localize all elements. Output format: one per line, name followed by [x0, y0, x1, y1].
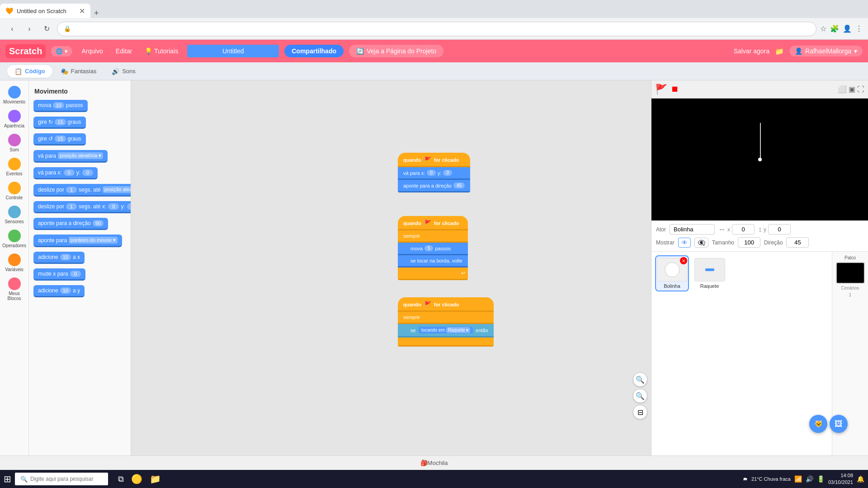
add-sprite-button[interactable]: 🐱: [809, 415, 827, 433]
block-adicione-x[interactable]: adicione 10 a x: [33, 252, 85, 264]
battery-icon[interactable]: 🔋: [817, 475, 825, 483]
deslize2-x[interactable]: 0: [108, 203, 119, 210]
block-mova[interactable]: mova 10 passos: [33, 100, 88, 112]
project-name-input[interactable]: [187, 45, 279, 57]
user-menu[interactable]: 👤 RafhaelMallorga ▾: [789, 46, 863, 56]
block-mude-x[interactable]: mude x para 0: [33, 268, 85, 281]
tab-fantasias[interactable]: 🎭 Fantasias: [53, 65, 104, 78]
block-va-para-xy[interactable]: vá para x: 0 y: 0: [33, 167, 98, 179]
category-meus-blocos[interactable]: Meus Blocos: [2, 276, 27, 303]
category-aparencia[interactable]: Aparência: [2, 108, 27, 130]
sprite-item-raquete[interactable]: Raquete: [693, 255, 726, 291]
category-variaveis[interactable]: Variáveis: [2, 252, 27, 274]
network-icon[interactable]: 📶: [794, 475, 802, 483]
deslize1-val[interactable]: 1: [66, 187, 77, 193]
save-button[interactable]: Salvar agora: [734, 47, 769, 55]
menu-button[interactable]: ⋮: [855, 24, 863, 33]
s2-mova-val[interactable]: 5: [425, 245, 434, 251]
aponte-para-dropdown[interactable]: ponteiro do mouse ▾: [69, 237, 118, 244]
raquete-dropdown[interactable]: Raquete ▾: [446, 327, 471, 333]
address-input[interactable]: scratch.mit.edu/projects/578602544/edito…: [75, 25, 810, 32]
aponte-dir-val[interactable]: 90: [93, 220, 104, 226]
sprite-name-input[interactable]: [670, 224, 715, 235]
script2-hat[interactable]: quando 🚩 for clicado: [398, 216, 468, 230]
reload-button[interactable]: ↻: [40, 22, 53, 36]
language-button[interactable]: 🌐▾: [51, 46, 72, 56]
small-stage-button[interactable]: ⬜: [838, 85, 847, 94]
start-button[interactable]: ⊞: [4, 474, 11, 484]
tab-codigo[interactable]: 📋 Código: [7, 65, 52, 78]
taskbar-search[interactable]: 🔍: [15, 473, 108, 485]
stop-button[interactable]: ⏹: [671, 84, 679, 94]
adicione-x-val[interactable]: 10: [60, 254, 71, 260]
va-para-dropdown[interactable]: posição aleatória ▾: [58, 152, 103, 159]
back-button[interactable]: ‹: [5, 22, 19, 36]
s1-y-val[interactable]: 0: [443, 170, 452, 176]
mude-x-val[interactable]: 0: [70, 271, 81, 277]
deslize2-val1[interactable]: 1: [66, 203, 77, 210]
tutoriais-menu[interactable]: 💡 Tutoriais: [141, 46, 182, 56]
show-sprite-button[interactable]: 👁: [678, 238, 691, 248]
gire-ccw-val[interactable]: 15: [55, 136, 66, 142]
editar-menu[interactable]: Editar: [112, 46, 136, 56]
block-aponte-para[interactable]: aponte para ponteiro do mouse ▾: [33, 235, 122, 247]
vp-y-val[interactable]: 0: [82, 169, 93, 176]
direction-input[interactable]: [786, 237, 809, 248]
y-value-input[interactable]: [768, 224, 791, 235]
taskbar-explorer[interactable]: 📁: [147, 471, 164, 487]
address-bar[interactable]: 🔒 scratch.mit.edu/projects/578602544/edi…: [57, 22, 816, 36]
active-tab[interactable]: 🧡 Untitled on Scratch ✕: [0, 4, 90, 18]
vp-x-val[interactable]: 0: [64, 169, 75, 176]
scripting-area[interactable]: quando 🚩 for clicado vá para x: 0 y: 0 a…: [131, 80, 651, 455]
zoom-reset-button[interactable]: ⊟: [633, 405, 647, 419]
taskbar-time[interactable]: 14:08 03/10/2021: [828, 472, 853, 486]
x-value-input[interactable]: [732, 224, 755, 235]
add-backdrop-button[interactable]: 🖼: [830, 415, 848, 433]
script1-block2[interactable]: aponte para a direção 45: [398, 180, 470, 192]
gire-cw-val[interactable]: 15: [55, 119, 66, 125]
hide-sprite-button[interactable]: 👁‍🗨: [694, 238, 708, 248]
deslize2-y[interactable]: 0: [127, 203, 131, 210]
block-deslize-ate[interactable]: deslize por 1 segs. até posição aleatóri…: [33, 184, 131, 197]
large-stage-button[interactable]: ▣: [849, 85, 855, 94]
tab-sons[interactable]: 🔊 Sons: [104, 65, 143, 78]
arquivo-menu[interactable]: Arquivo: [78, 46, 106, 56]
script1-block1[interactable]: vá para x: 0 y: 0: [398, 167, 470, 180]
sprite-delete-bolinha[interactable]: ✕: [680, 257, 687, 264]
block-aponte-dir[interactable]: aponte para a direção 90: [33, 218, 108, 230]
stage-canvas[interactable]: [651, 99, 868, 221]
block-adicione-y[interactable]: adicione 10 a y: [33, 285, 85, 297]
bookmark-button[interactable]: ☆: [820, 24, 826, 33]
green-flag-button[interactable]: 🚩: [655, 84, 667, 95]
script3-sempre[interactable]: sempre: [398, 312, 494, 324]
profile-button[interactable]: 👤: [843, 24, 852, 33]
block-gire-ccw[interactable]: gire ↺ 15 graus: [33, 133, 86, 145]
notification-icon[interactable]: 🔔: [857, 475, 864, 483]
stage-backdrop-thumb[interactable]: [836, 262, 865, 284]
script2-sempre[interactable]: sempre: [398, 230, 468, 243]
script2-mova[interactable]: mova 5 passos: [398, 243, 468, 255]
taskbar-search-input[interactable]: [30, 476, 103, 482]
s1-x-val[interactable]: 0: [427, 170, 436, 176]
zoom-in-button[interactable]: 🔍: [633, 372, 647, 387]
forward-button[interactable]: ›: [23, 22, 36, 36]
tab-close-button[interactable]: ✕: [79, 7, 85, 15]
adicione-y-val[interactable]: 10: [60, 287, 71, 294]
script2-borda[interactable]: se tocar na borda, volte: [398, 255, 468, 267]
mochila-bar[interactable]: 🎒 Mochila: [0, 455, 868, 470]
script1-hat[interactable]: quando 🚩 for clicado: [398, 153, 470, 167]
scratch-logo[interactable]: Scratch: [5, 44, 46, 58]
share-button[interactable]: Compartilhado: [284, 45, 344, 57]
zoom-out-button[interactable]: 🔍: [633, 389, 647, 403]
block-va-para-dropdown[interactable]: vá para posição aleatória ▾: [33, 150, 108, 163]
category-som[interactable]: Som: [2, 132, 27, 154]
category-operadores[interactable]: Operadores: [2, 228, 27, 250]
script3-cond[interactable]: se tocando em Raquete ▾ então: [398, 324, 494, 338]
block-gire-cw[interactable]: gire ↻ 15 graus: [33, 117, 86, 129]
s1-dir-val[interactable]: 45: [453, 183, 465, 188]
fullscreen-button[interactable]: ⛶: [857, 85, 864, 94]
extension-button[interactable]: 🧩: [830, 24, 839, 33]
script3-hat[interactable]: quando 🚩 for clicado: [398, 297, 494, 312]
mova-val[interactable]: 10: [53, 102, 64, 108]
block-deslize-xy[interactable]: deslize por 1 segs. até x: 0 y: 0: [33, 201, 131, 213]
